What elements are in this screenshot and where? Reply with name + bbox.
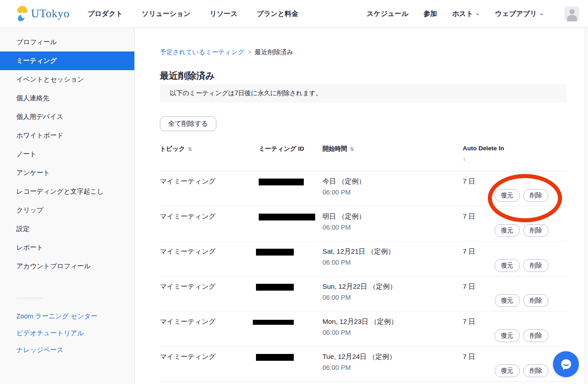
table-row: マイミーティング Sun, 12月22日 （定例） 06:00 PM 7 日 復… [160, 276, 567, 312]
delete-button[interactable]: 削除 [523, 259, 548, 272]
top-navigation: UTokyo プロダクト ソリューション リソース プランと料金 スケジュール … [0, 0, 588, 28]
nav-item-host[interactable]: ホスト ⌄ [452, 10, 480, 18]
delete-button[interactable]: 削除 [523, 189, 548, 202]
chevron-down-icon: ⌄ [539, 10, 544, 16]
meeting-date: 明日 （定例） [322, 212, 463, 221]
sidebar-item-settings[interactable]: 設定 [0, 220, 134, 238]
page-title: 最近削除済み [160, 70, 567, 82]
nav-item-join[interactable]: 参加 [424, 10, 437, 18]
meeting-topic: マイミーティング [160, 212, 259, 241]
scrollbar-track[interactable] [585, 28, 588, 384]
column-header-auto-delete-label: Auto Delete In [463, 145, 504, 152]
sidebar-item-surveys[interactable]: アンケート [0, 164, 134, 182]
nav-item-solutions[interactable]: ソリューション [142, 10, 190, 18]
nav-item-products[interactable]: プロダクト [88, 10, 123, 18]
sidebar-item-personal-devices[interactable]: 個人用デバイス [0, 108, 134, 126]
column-header-start-time: 開始時間⇅ [322, 145, 463, 166]
sidebar-link-video-tutorials[interactable]: ビデオチュートリアル [0, 325, 134, 342]
column-header-topic: トピック⇅ [160, 145, 259, 166]
column-header-auto-delete: Auto Delete In ↑ [463, 145, 567, 166]
column-header-meeting-id: ミーティング ID [259, 145, 322, 166]
breadcrumb-upcoming-meetings-link[interactable]: 予定されているミーティング [160, 48, 244, 56]
redacted-meeting-id [256, 249, 294, 256]
nav-item-host-label: ホスト [452, 10, 473, 18]
breadcrumb-current: 最近削除済み [255, 48, 293, 56]
chat-bubble-icon [559, 357, 573, 372]
redacted-meeting-id [253, 320, 294, 325]
meeting-date: Mon, 12月23日 （定例） [322, 317, 463, 326]
nav-item-resources[interactable]: リソース [210, 10, 237, 18]
column-header-start-time-label: 開始時間 [322, 145, 347, 152]
meeting-time: 06:00 PM [322, 294, 463, 301]
sidebar-item-notes[interactable]: ノート [0, 145, 134, 164]
sidebar-divider [17, 298, 42, 298]
nav-right-menu: スケジュール 参加 ホスト ⌄ ウェブアプリ ⌄ [367, 6, 588, 21]
meeting-time: 06:00 PM [322, 189, 463, 196]
redacted-meeting-id [259, 214, 315, 220]
meeting-topic: マイミーティング [160, 317, 259, 346]
sidebar-item-account-profile[interactable]: アカウントプロフィール [0, 257, 134, 276]
meeting-topic: マイミーティング [160, 247, 259, 276]
sidebar-item-reports[interactable]: レポート [0, 238, 134, 257]
restore-button[interactable]: 復元 [495, 189, 520, 202]
restore-button[interactable]: 復元 [495, 329, 520, 342]
auto-delete-notice: 以下のミーティングは7日後に永久に削除されます。 [160, 84, 567, 102]
nav-item-schedule[interactable]: スケジュール [367, 10, 409, 18]
table-row: マイミーティング Tue, 12月24日 （定例） 06:00 PM 7 日 復… [160, 347, 567, 382]
table-row: マイミーティング Mon, 12月23日 （定例） 06:00 PM 7 日 復… [160, 312, 567, 347]
meeting-date: Sun, 12月22日 （定例） [322, 282, 463, 291]
sort-icon[interactable]: ⇅ [188, 146, 192, 152]
nav-item-plans-pricing[interactable]: プランと料金 [257, 10, 298, 18]
meeting-time: 06:00 PM [322, 259, 463, 266]
sidebar: プロフィール ミーティング イベントとセッション 個人連絡先 個人用デバイス ホ… [0, 28, 135, 384]
sidebar-link-knowledge-base[interactable]: ナレッジベース [0, 342, 134, 358]
nav-item-web-app-label: ウェブアプリ [495, 10, 537, 18]
meeting-date: Tue, 12月24日 （定例） [322, 353, 463, 361]
table-row: マイミーティング Sat, 12月21日 （定例） 06:00 PM 7 日 復… [160, 241, 567, 276]
meeting-topic: マイミーティング [160, 282, 259, 311]
sidebar-link-learning-center[interactable]: Zoom ラーニング センター [0, 308, 134, 325]
main-content: 予定されているミーティング > 最近削除済み 最近削除済み 以下のミーティングは… [135, 28, 588, 384]
restore-button[interactable]: 復元 [495, 259, 520, 272]
meeting-time: 06:00 PM [322, 364, 463, 371]
meeting-time: 06:00 PM [322, 224, 463, 231]
delete-button[interactable]: 削除 [523, 364, 548, 377]
utokyo-logo-icon [15, 5, 29, 22]
redacted-meeting-id [259, 179, 304, 185]
sidebar-item-events-sessions[interactable]: イベントとセッション [0, 70, 134, 89]
meeting-topic: マイミーティング [160, 353, 259, 381]
nav-item-web-app[interactable]: ウェブアプリ ⌄ [495, 10, 544, 18]
sort-icon[interactable]: ⇅ [350, 146, 354, 152]
sidebar-item-clips[interactable]: クリップ [0, 201, 134, 220]
column-header-topic-label: トピック [160, 145, 185, 152]
table-row: マイミーティング 今日 （定例） 06:00 PM 7 日 復元 削除 [160, 171, 567, 206]
nav-left-menu: プロダクト ソリューション リソース プランと料金 [88, 10, 298, 18]
avatar[interactable] [564, 6, 579, 21]
restore-button[interactable]: 復元 [495, 364, 520, 377]
redacted-meeting-id [256, 284, 294, 291]
sidebar-item-whiteboards[interactable]: ホワイトボード [0, 126, 134, 145]
delete-button[interactable]: 削除 [523, 294, 548, 307]
sidebar-item-profile[interactable]: プロフィール [0, 33, 134, 51]
meeting-time: 06:00 PM [322, 329, 463, 336]
table-row: マイミーティング 明日 （定例） 06:00 PM 7 日 復元 削除 [160, 206, 567, 241]
sidebar-item-recordings-transcripts[interactable]: レコーディングと文字起こし [0, 182, 134, 201]
table-body: マイミーティング 今日 （定例） 06:00 PM 7 日 復元 削除 マイミー… [160, 171, 567, 382]
avatar-person-icon [569, 9, 574, 14]
breadcrumb: 予定されているミーティング > 最近削除済み [160, 48, 567, 56]
logo-wordmark: UTokyo [31, 7, 70, 20]
delete-button[interactable]: 削除 [523, 224, 548, 237]
restore-button[interactable]: 復元 [495, 224, 520, 237]
chat-widget-button[interactable] [553, 351, 579, 377]
meeting-topic: マイミーティング [160, 177, 259, 206]
delete-button[interactable]: 削除 [523, 329, 548, 342]
restore-button[interactable]: 復元 [495, 294, 520, 307]
delete-all-button[interactable]: 全て削除する [160, 116, 216, 131]
sidebar-item-personal-contacts[interactable]: 個人連絡先 [0, 89, 134, 108]
meeting-date: 今日 （定例） [322, 177, 463, 186]
sidebar-item-meetings[interactable]: ミーティング [0, 51, 134, 70]
sort-ascending-icon[interactable]: ↑ [463, 156, 567, 163]
redacted-meeting-id [256, 354, 294, 361]
utokyo-logo[interactable]: UTokyo [15, 5, 70, 22]
meeting-date: Sat, 12月21日 （定例） [322, 247, 463, 256]
